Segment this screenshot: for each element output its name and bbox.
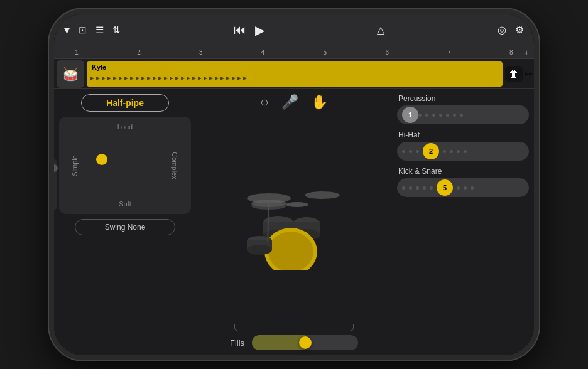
kick-snare-section: Kick & Snare 5 [397,167,529,197]
track-arrows: ▶▶▶▶▶▶▶▶▶▶▶▶▶▶▶▶▶▶▶▶▶▶▶▶▶▶▶▶ [90,75,247,81]
track-overflow: ▶▶ [525,71,533,77]
right-panel: Percussion 1 [397,94,529,350]
ruler-num: 3 [199,49,203,56]
kick-dots-left [402,186,433,190]
kick-snare-slider[interactable]: 5 [397,178,529,197]
fills-thumb[interactable] [299,336,312,349]
loop-icon[interactable]: ⊡ [79,24,87,36]
hand-icon[interactable]: ✋ [311,94,328,110]
rewind-icon[interactable]: ⏮ [234,23,246,37]
pad-simple-label: Simple [71,155,79,176]
track-lane[interactable]: Kyle ▶▶▶▶▶▶▶▶▶▶▶▶▶▶▶▶▶▶▶▶▶▶▶▶▶▶▶▶ [87,62,503,87]
left-panel: Half-pipe Loud Simple Complex Soft Swing… [59,94,191,350]
fills-slider[interactable] [252,335,358,350]
drum-kit[interactable] [196,117,392,326]
hihat-section: Hi-Hat 2 [397,131,529,161]
ruler-num: 4 [261,49,265,56]
ruler-num: 6 [385,49,389,56]
metronome-icon[interactable]: △ [377,24,384,36]
ruler-num: 5 [324,49,327,56]
svg-point-2 [286,202,308,207]
volume-slider[interactable] [54,159,57,210]
main-content: Half-pipe Loud Simple Complex Soft Swing… [54,89,534,355]
percussion-section: Percussion 1 [397,94,529,124]
pad-soft-label: Soft [119,200,131,208]
track-thumbnail: 🥁 [57,60,84,88]
drum-controls: ○ 🎤 ✋ [260,94,327,110]
swing-button[interactable]: Swing None [75,219,175,235]
performance-dot[interactable] [96,154,107,165]
headphones-icon[interactable]: ◎ [498,24,506,36]
track-view-icon[interactable]: ▾ [64,23,70,37]
ruler-num: 8 [509,49,513,56]
kick-dots-right [457,186,524,190]
mic-icon[interactable]: 🎤 [281,94,298,110]
drum-kit-svg [231,173,357,270]
add-track-button[interactable]: + [524,48,529,58]
hihat-dots-left [402,150,419,153]
svg-point-13 [247,245,272,255]
track-name: Kyle [92,63,106,71]
mixer-icon[interactable]: ⇅ [112,24,121,36]
hihat-label: Hi-Hat [398,131,529,139]
svg-point-1 [305,191,340,199]
delete-track-button[interactable]: 🗑 [505,66,523,82]
list-icon[interactable]: ☰ [95,24,104,36]
ruler-num: 2 [137,49,141,56]
track-row: 🥁 Kyle ▶▶▶▶▶▶▶▶▶▶▶▶▶▶▶▶▶▶▶▶▶▶▶▶▶▶▶▶ 🗑 ▶▶ [54,59,534,89]
percussion-slider[interactable]: 1 [397,105,529,124]
pad-loud-label: Loud [117,123,133,131]
preset-button[interactable]: Half-pipe [81,94,169,112]
ruler-numbers: 1 2 3 4 5 6 7 8 [60,49,528,56]
percussion-label: Percussion [398,94,529,103]
hihat-dots-right [443,150,524,153]
ruler-num: 1 [75,49,79,56]
hihat-knob[interactable]: 2 [423,143,439,159]
settings-icon[interactable]: ⚙ [515,24,524,36]
svg-point-10 [268,232,313,270]
pad-complex-label: Complex [170,152,178,179]
timeline-ruler: 1 2 3 4 5 6 7 8 + [54,46,534,59]
play-icon[interactable]: ▶ [255,23,264,38]
hihat-slider[interactable]: 2 [397,142,529,161]
performance-pad[interactable]: Loud Simple Complex Soft [59,117,191,214]
percussion-dots [418,114,524,117]
fills-label: Fills [230,338,244,348]
kick-snare-knob[interactable]: 5 [437,179,453,196]
svg-point-16 [251,202,286,210]
kick-snare-label: Kick & Snare [398,167,529,176]
percussion-knob[interactable]: 1 [402,107,418,123]
toolbar: ▾ ⊡ ☰ ⇅ ⏮ ▶ △ ◎ ⚙ [54,14,534,46]
fills-row: Fills [225,335,363,350]
ruler-num: 7 [447,49,451,56]
hihat-icon[interactable]: ○ [260,94,268,110]
phone-frame: ▾ ⊡ ☰ ⇅ ⏮ ▶ △ ◎ ⚙ 1 2 3 4 [49,9,539,360]
fills-fill [252,335,305,350]
phone-screen: ▾ ⊡ ☰ ⇅ ⏮ ▶ △ ◎ ⚙ 1 2 3 4 [54,14,534,355]
center-panel: ○ 🎤 ✋ [196,94,392,350]
